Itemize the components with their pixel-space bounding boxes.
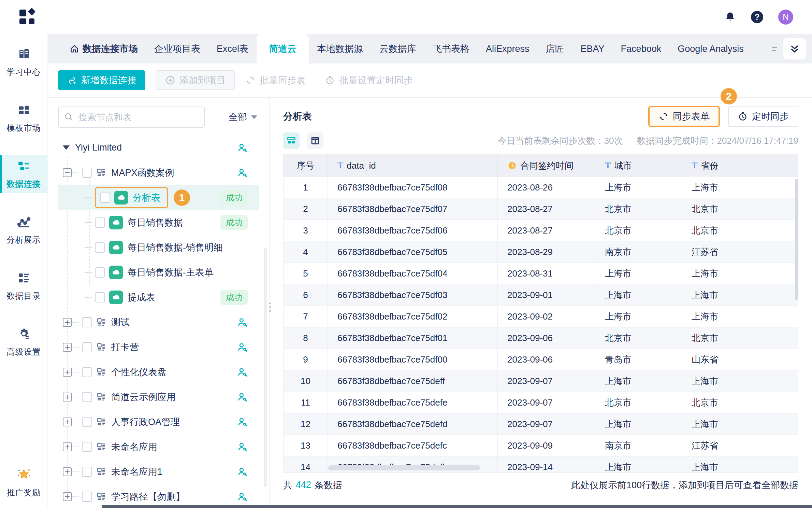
tree-app-node[interactable]: 人事行政OA管理 bbox=[58, 409, 259, 434]
batch-sync-button[interactable]: 批量同步表 bbox=[245, 74, 306, 86]
tab-Facebook[interactable]: Facebook bbox=[613, 34, 670, 63]
expand-box-icon[interactable] bbox=[63, 393, 72, 401]
tree-table-node[interactable]: 分析表1成功 bbox=[58, 185, 259, 210]
sync-form-button[interactable]: 同步表单 bbox=[648, 106, 720, 127]
sidebar-item-learn[interactable]: 学习中心 bbox=[0, 43, 47, 81]
table-view-toggle[interactable] bbox=[307, 132, 323, 149]
permission-person-key-icon[interactable] bbox=[237, 392, 248, 403]
sidebar-item-reward[interactable]: 推广奖励 bbox=[0, 464, 47, 502]
tab-本地数据源[interactable]: 本地数据源 bbox=[309, 34, 371, 63]
node-checkbox[interactable] bbox=[82, 442, 92, 452]
permission-person-key-icon[interactable] bbox=[237, 167, 248, 178]
tree-app-node[interactable]: 个性化仪表盘 bbox=[58, 359, 259, 384]
user-avatar[interactable]: N bbox=[778, 10, 793, 25]
permission-person-key-icon[interactable] bbox=[237, 466, 248, 477]
tab-Excel表[interactable]: Excel表 bbox=[208, 34, 257, 63]
tab-Google Analysis[interactable]: Google Analysis bbox=[669, 34, 752, 63]
node-checkbox[interactable] bbox=[82, 317, 92, 327]
tree-app-node[interactable]: MAPX函数案例 bbox=[58, 160, 259, 185]
tree-root-node[interactable]: Yiyi Limited bbox=[58, 135, 259, 160]
tree-table-node[interactable]: 每日销售数据-主表单 bbox=[58, 260, 259, 285]
tree-scrollbar[interactable] bbox=[264, 248, 267, 487]
permission-person-key-icon[interactable] bbox=[237, 441, 248, 452]
tab-EBAY[interactable]: EBAY bbox=[572, 34, 613, 63]
node-checkbox[interactable] bbox=[82, 168, 92, 178]
tab-AliExpress[interactable]: AliExpress bbox=[478, 34, 538, 63]
node-checkbox[interactable] bbox=[82, 367, 92, 377]
tree-node-label: 未命名应用 bbox=[111, 441, 157, 453]
tree-app-node[interactable]: 简道云示例应用 bbox=[58, 384, 259, 409]
tree-node-label: 分析表 bbox=[133, 192, 160, 204]
permission-person-key-icon[interactable] bbox=[237, 142, 248, 153]
node-checkbox[interactable] bbox=[82, 492, 92, 502]
row-index-cell: 3 bbox=[284, 220, 328, 241]
batch-schedule-button[interactable]: 批量设置定时同步 bbox=[325, 74, 413, 86]
node-checkbox[interactable] bbox=[82, 417, 92, 427]
sidebar-item-analysis[interactable]: 分析展示 bbox=[0, 211, 47, 249]
sidebar-item-template[interactable]: 模板市场 bbox=[0, 99, 47, 137]
sidebar-item-catalog[interactable]: 数据目录 bbox=[0, 267, 47, 305]
filter-dropdown[interactable]: 全部 bbox=[229, 111, 259, 123]
search-input[interactable] bbox=[58, 107, 205, 128]
collapse-box-icon[interactable] bbox=[63, 168, 72, 177]
column-header-data_id[interactable]: Tdata_id bbox=[328, 154, 498, 177]
tree-app-node[interactable]: 学习路径【勿删】 bbox=[58, 484, 259, 507]
node-checkbox[interactable] bbox=[95, 242, 105, 253]
notification-bell-icon[interactable] bbox=[724, 11, 736, 23]
node-checkbox[interactable] bbox=[82, 467, 92, 477]
tree-app-node[interactable]: 未命名应用1 bbox=[58, 459, 259, 484]
expand-tabs-button[interactable] bbox=[783, 38, 806, 59]
tab-企业项目表[interactable]: 企业项目表 bbox=[146, 34, 208, 63]
permission-person-key-icon[interactable] bbox=[237, 317, 248, 328]
expand-box-icon[interactable] bbox=[63, 343, 72, 352]
app-grid-icon bbox=[96, 467, 106, 477]
node-checkbox[interactable] bbox=[95, 267, 105, 278]
expand-box-icon[interactable] bbox=[63, 492, 72, 501]
tab-简道云[interactable]: 简道云 bbox=[257, 34, 309, 63]
expand-box-icon[interactable] bbox=[63, 418, 72, 426]
scheduled-sync-button[interactable]: 定时同步 bbox=[728, 106, 798, 127]
node-checkbox[interactable] bbox=[95, 217, 105, 228]
sidebar-item-connect[interactable]: 数据连接 bbox=[0, 155, 47, 193]
table-horizontal-scrollbar[interactable] bbox=[328, 465, 480, 470]
panel-resize-handle[interactable] bbox=[269, 302, 271, 312]
column-header-城市[interactable]: T城市 bbox=[595, 154, 682, 177]
table-vertical-scrollbar[interactable] bbox=[795, 179, 798, 300]
tree-node-label: 每日销售数据-主表单 bbox=[128, 266, 214, 279]
permission-person-key-icon[interactable] bbox=[237, 342, 248, 353]
sidebar-item-settings[interactable]: 高级设置 bbox=[0, 323, 47, 361]
tree-app-node[interactable]: 打卡营 bbox=[58, 335, 259, 359]
tab-店匠[interactable]: 店匠 bbox=[538, 34, 572, 63]
tree-app-node[interactable]: 测试 bbox=[58, 310, 259, 335]
cloud-table-icon bbox=[109, 266, 123, 279]
tree-table-node[interactable]: 每日销售数据-销售明细 bbox=[58, 235, 259, 260]
tree-app-node[interactable]: 未命名应用 bbox=[58, 434, 259, 459]
new-data-connection-button[interactable]: 新增数据连接 bbox=[58, 70, 145, 90]
app-logo-icon[interactable] bbox=[19, 8, 37, 26]
tab-数据连接市场[interactable]: 数据连接市场 bbox=[61, 34, 146, 63]
tab-云数据库[interactable]: 云数据库 bbox=[371, 34, 424, 63]
form-view-toggle[interactable] bbox=[283, 132, 300, 149]
column-header-省份[interactable]: T省份 bbox=[682, 154, 798, 177]
tree-table-node[interactable]: 每日销售数据成功 bbox=[58, 210, 259, 235]
column-header-合同签约时间[interactable]: 合同签约时间 bbox=[498, 154, 595, 177]
node-checkbox[interactable] bbox=[82, 392, 92, 402]
collapse-caret-icon[interactable] bbox=[63, 145, 70, 150]
annotation-step-1: 1 bbox=[174, 189, 190, 206]
node-checkbox[interactable] bbox=[100, 193, 110, 203]
permission-person-key-icon[interactable] bbox=[237, 417, 248, 427]
tab-飞书表格[interactable]: 飞书表格 bbox=[424, 34, 478, 63]
column-header-序号[interactable]: 序号 bbox=[284, 154, 328, 177]
expand-box-icon[interactable] bbox=[63, 442, 72, 451]
expand-box-icon[interactable] bbox=[63, 368, 72, 377]
chart-icon bbox=[17, 215, 31, 230]
help-icon[interactable]: ? bbox=[751, 11, 763, 23]
add-to-project-button[interactable]: 添加到项目 bbox=[156, 70, 235, 90]
node-checkbox[interactable] bbox=[95, 292, 105, 302]
expand-box-icon[interactable] bbox=[63, 467, 72, 476]
node-checkbox[interactable] bbox=[82, 342, 92, 352]
permission-person-key-icon[interactable] bbox=[237, 491, 248, 502]
tree-table-node[interactable]: 提成表成功 bbox=[58, 285, 259, 310]
permission-person-key-icon[interactable] bbox=[237, 367, 248, 378]
expand-box-icon[interactable] bbox=[63, 318, 72, 327]
